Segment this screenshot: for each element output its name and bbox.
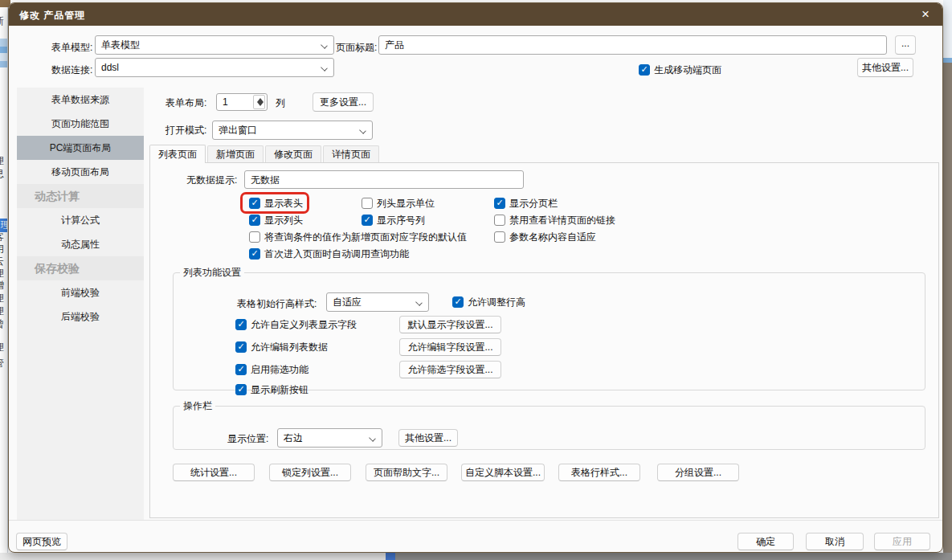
table-row-style-button[interactable]: 表格行样式... [558, 464, 640, 481]
gen-mobile-checkbox[interactable]: 生成移动端页面 [639, 63, 721, 76]
checkbox-icon[interactable] [249, 231, 260, 243]
sidebar-item-backend-validation[interactable]: 后端校验 [17, 305, 144, 329]
checkbox-show-refresh[interactable]: 显示刷新按钮 [235, 383, 308, 396]
bg-char: 增 [0, 279, 8, 292]
row-height-select[interactable]: 自适应 [326, 292, 429, 312]
title-bar: 修改 产品管理 × [9, 3, 942, 26]
checkbox-allow-adjust-row-height[interactable]: 允许调整行高 [452, 296, 525, 309]
page-title-value: 产品 [385, 39, 404, 51]
position-value: 右边 [284, 432, 303, 444]
form-model-value: 单表模型 [101, 39, 140, 51]
default-fields-settings-button[interactable]: 默认显示字段设置... [399, 316, 501, 333]
checkbox-allow-edit-data[interactable]: 允许编辑列表数据 [235, 341, 328, 354]
footer-separator [9, 520, 942, 521]
spinner-down-icon[interactable] [257, 102, 264, 106]
open-mode-select[interactable]: 弹出窗口 [212, 121, 373, 140]
chevron-down-icon [359, 127, 366, 134]
locked-column-settings-button[interactable]: 锁定列设置... [269, 464, 351, 481]
checkbox-icon[interactable] [639, 64, 650, 76]
other-settings-action-bar-button[interactable]: 其他设置... [398, 429, 458, 447]
checkbox-show-table-header[interactable]: 显示表头 [249, 197, 303, 210]
checkbox-icon[interactable] [235, 384, 247, 395]
checkbox-label: 显示表头 [264, 197, 303, 211]
form-model-select[interactable]: 单表模型 [95, 35, 334, 55]
page-help-text-button[interactable]: 页面帮助文字... [366, 464, 447, 481]
checkbox-disable-detail-link[interactable]: 禁用查看详情页面的链接 [494, 214, 615, 227]
sidebar-item-mobile-page-layout[interactable]: 移动页面布局 [17, 160, 144, 184]
group-settings-button[interactable]: 分组设置... [657, 464, 739, 481]
data-connection-value: ddsl [101, 62, 119, 73]
page-tabs: 列表页面 新增页面 修改页面 详情页面 [149, 145, 381, 162]
checkbox-show-seq-col[interactable]: 显示序号列 [362, 214, 425, 227]
tab-detail-page[interactable]: 详情页面 [323, 145, 379, 162]
checkbox-label: 允许调整行高 [468, 296, 525, 309]
bg-char: 理 [0, 305, 8, 318]
checkbox-icon[interactable] [494, 215, 505, 226]
checkbox-icon[interactable] [249, 215, 260, 226]
cancel-button[interactable]: 取消 [806, 533, 864, 550]
checkbox-icon[interactable] [494, 198, 505, 209]
checkbox-show-col-header[interactable]: 显示列头 [249, 214, 303, 227]
no-data-input[interactable]: 无数据 [244, 170, 524, 189]
sidebar-item-form-data-source[interactable]: 表单数据来源 [17, 88, 144, 112]
dialog-title: 修改 产品管理 [19, 9, 85, 22]
checkbox-icon[interactable] [362, 215, 373, 226]
sidebar-item-dynamic-attrs[interactable]: 动态属性 [17, 232, 144, 256]
sidebar-item-frontend-validation[interactable]: 前端校验 [17, 280, 144, 305]
checkbox-icon[interactable] [235, 364, 247, 375]
page-title-more-button[interactable]: ... [895, 35, 916, 55]
bg-statusbar [395, 553, 952, 560]
action-bar-legend: 操作栏 [180, 399, 215, 413]
sidebar-item-pc-page-layout[interactable]: PC端页面布局 [17, 136, 144, 160]
checkbox-label: 启用筛选功能 [251, 363, 308, 377]
checkbox-icon[interactable] [235, 341, 247, 353]
background-window-right-sliver [943, 0, 952, 560]
tab-list-page[interactable]: 列表页面 [149, 145, 206, 163]
more-settings-button[interactable]: 更多设置... [313, 92, 374, 112]
checkbox-icon[interactable] [235, 319, 247, 330]
checkbox-label: 显示列头 [264, 214, 303, 227]
checkbox-label: 首次进入页面时自动调用查询功能 [264, 247, 409, 261]
tab-edit-page[interactable]: 修改页面 [265, 145, 321, 162]
custom-script-settings-button[interactable]: 自定义脚本设置... [461, 464, 545, 481]
checkbox-label: 允许编辑列表数据 [251, 341, 328, 354]
chevron-down-icon [369, 435, 376, 442]
checkbox-icon[interactable] [249, 248, 260, 260]
ok-button[interactable]: 确定 [737, 533, 794, 550]
checkbox-show-pagination[interactable]: 显示分页栏 [494, 197, 558, 210]
web-preview-button[interactable]: 网页预览 [16, 533, 67, 550]
page-title-input[interactable]: 产品 [378, 35, 887, 55]
data-connection-select[interactable]: ddsl [95, 58, 334, 77]
other-settings-top-button[interactable]: 其他设置... [857, 58, 913, 77]
sidebar-item-calc-formula[interactable]: 计算公式 [17, 208, 144, 232]
checkbox-label: 显示序号列 [377, 214, 425, 227]
statistics-settings-button[interactable]: 统计设置... [173, 464, 255, 481]
row-height-value: 自适应 [333, 296, 362, 308]
checkbox-auto-query-on-enter[interactable]: 首次进入页面时自动调用查询功能 [249, 247, 409, 260]
stepper-arrows[interactable] [253, 95, 265, 109]
filter-fields-settings-button[interactable]: 允许筛选字段设置... [399, 361, 501, 378]
bg-char: 新 [0, 14, 8, 28]
checkbox-icon[interactable] [362, 198, 373, 209]
background-window-left-sliver: 新 理 息 理 客 用 云 理 增 理 理 曾 理 管 [0, 0, 8, 560]
checkbox-icon[interactable] [452, 296, 464, 308]
apply-button[interactable]: 应用 [874, 533, 930, 550]
edit-fields-settings-button[interactable]: 允许编辑字段设置... [399, 338, 501, 356]
checkbox-param-name-autofit[interactable]: 参数名称内容自适应 [494, 231, 596, 243]
sidebar-item-page-function-scope[interactable]: 页面功能范围 [17, 112, 144, 136]
sidebar-group-save-validation: 保存校验 [17, 256, 144, 280]
checkbox-icon[interactable] [494, 231, 505, 243]
position-select[interactable]: 右边 [277, 428, 382, 448]
close-icon[interactable]: × [915, 5, 936, 24]
form-layout-value: 1 [223, 96, 228, 108]
list-function-settings-legend: 列表功能设置 [180, 266, 244, 280]
checkbox-col-header-unit[interactable]: 列头显示单位 [362, 197, 435, 210]
checkbox-allow-custom-fields[interactable]: 允许自定义列表显示字段 [235, 318, 357, 331]
no-data-label: 无数据提示: [186, 174, 237, 186]
bg-stripe [0, 39, 8, 47]
checkbox-query-as-default[interactable]: 将查询条件的值作为新增页面对应字段的默认值 [249, 231, 467, 243]
checkbox-icon[interactable] [249, 198, 260, 209]
tab-add-page[interactable]: 新增页面 [207, 145, 264, 162]
checkbox-enable-filter[interactable]: 启用筛选功能 [235, 363, 308, 376]
form-layout-stepper[interactable]: 1 [216, 93, 268, 111]
